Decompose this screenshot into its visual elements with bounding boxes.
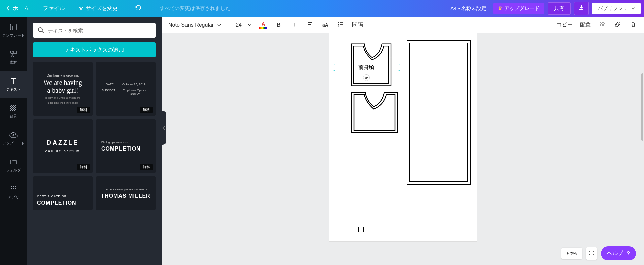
zoom-level[interactable]: 50%	[561, 248, 582, 259]
color-spectrum-icon	[259, 27, 267, 29]
text-content[interactable]: 前身頃	[335, 64, 398, 71]
template-grid: Our family is growing. We are having a b…	[33, 62, 156, 210]
rail-text-label: テキスト	[6, 87, 21, 92]
italic-button[interactable]: I	[290, 22, 298, 28]
tmpl-text: DAZZLE	[47, 139, 79, 146]
rail-elements[interactable]: 素材	[0, 44, 27, 71]
tmpl-text: October 25, 2019	[122, 82, 146, 86]
tmpl-text: DATE	[101, 82, 118, 86]
svg-point-4	[13, 186, 14, 187]
rail-apps-label: アプリ	[8, 195, 19, 200]
topbar: ホーム ファイル ♛ サイズを変更 すべての変更は保存されました A4 - 名称…	[0, 0, 644, 17]
chevron-down-icon	[217, 23, 221, 27]
upgrade-button[interactable]: ♛ アップグレード	[493, 3, 544, 14]
tmpl-text: a baby girl!	[47, 87, 78, 94]
add-textbox-button[interactable]: テキストボックスの追加	[33, 42, 156, 57]
resize-handle-right[interactable]	[398, 64, 400, 71]
position-button[interactable]: 配置	[580, 21, 591, 28]
tmpl-text: Our family is growing.	[46, 74, 79, 77]
list-button[interactable]	[337, 21, 345, 29]
align-button[interactable]	[306, 21, 314, 29]
rail-background[interactable]: 背景	[0, 98, 27, 125]
search-box[interactable]	[33, 23, 156, 38]
resize-label: サイズを変更	[86, 5, 118, 12]
tmpl-text: COMPLETION	[101, 146, 141, 152]
crown-icon: ♛	[498, 5, 502, 11]
ruler-shape[interactable]	[348, 227, 375, 233]
rail-folder[interactable]: フォルダ	[0, 152, 27, 178]
font-selector[interactable]: Noto Sans Regular	[168, 22, 228, 28]
rail-upload[interactable]: アップロード	[0, 125, 27, 152]
svg-rect-13	[600, 22, 601, 23]
side-rail: テンプレート 素材 テキスト 背景 アップロード フォルダ アプリ	[0, 17, 27, 265]
rail-templates[interactable]: テンプレート	[0, 17, 27, 44]
template-item[interactable]: DATEOctober 25, 2019 SUBJECTEmployee Opi…	[96, 62, 156, 116]
resize-button[interactable]: ♛ サイズを変更	[75, 3, 121, 14]
template-item[interactable]: CERTIFICATE OF COMPLETION	[33, 176, 93, 210]
bold-button[interactable]: B	[275, 22, 283, 28]
help-label: ヘルプ	[607, 250, 623, 257]
template-item[interactable]: Our family is growing. We are having a b…	[33, 62, 93, 116]
case-button[interactable]: aA	[321, 22, 329, 28]
svg-point-6	[11, 188, 12, 189]
file-button[interactable]: ファイル	[40, 3, 68, 14]
svg-rect-15	[601, 23, 602, 24]
selected-text-element[interactable]: 前身頃 ⟳	[333, 62, 400, 72]
home-button[interactable]: ホーム	[3, 3, 32, 14]
context-toolbar: Noto Sans Regular 24 A B I aA 間隔 コピー	[162, 17, 644, 33]
delete-button[interactable]	[629, 21, 637, 29]
svg-rect-2	[14, 51, 16, 54]
search-input[interactable]	[48, 28, 151, 33]
font-size-selector[interactable]: 24	[236, 22, 252, 28]
rail-text[interactable]: テキスト	[0, 71, 27, 98]
svg-point-10	[338, 22, 339, 23]
template-item[interactable]: Photograpy Workshop COMPLETION 無料	[96, 119, 156, 173]
tmpl-text: We are having	[43, 79, 82, 87]
svg-rect-14	[602, 22, 604, 23]
vertical-scrollbar[interactable]	[641, 73, 643, 141]
svg-point-12	[338, 25, 339, 26]
publish-label: パブリッシュ	[598, 5, 628, 12]
tmpl-text: eau de parfum	[45, 149, 80, 153]
canvas-area: Noto Sans Regular 24 A B I aA 間隔 コピー	[162, 17, 644, 265]
tmpl-text: THOMAS MILLER	[101, 193, 150, 199]
text-color-button[interactable]: A	[259, 21, 267, 29]
tmpl-text: expecting their third child!	[47, 101, 78, 104]
undo-button[interactable]	[135, 4, 142, 13]
side-panel: テキストボックスの追加 Our family is growing. We ar…	[27, 17, 162, 265]
template-item[interactable]: This certificate is proudly presented to…	[96, 176, 156, 210]
svg-point-11	[338, 24, 339, 25]
rail-apps[interactable]: アプリ	[0, 178, 27, 205]
tmpl-text: Photograpy Workshop	[101, 141, 128, 144]
pattern-inner	[409, 43, 468, 182]
fullscreen-button[interactable]	[586, 247, 597, 260]
spacing-button[interactable]: 間隔	[352, 21, 363, 28]
help-button[interactable]: ヘルプ ?	[601, 246, 636, 260]
rail-templates-label: テンプレート	[2, 33, 25, 38]
share-button[interactable]: 共有	[548, 2, 571, 15]
crown-icon: ♛	[79, 5, 83, 12]
rotate-handle[interactable]: ⟳	[363, 74, 370, 81]
template-item[interactable]: DAZZLE eau de parfum 無料	[33, 119, 93, 173]
svg-point-8	[15, 188, 16, 189]
tmpl-text: COMPLETION	[37, 200, 76, 206]
copy-button[interactable]: コピー	[556, 21, 573, 28]
home-label: ホーム	[13, 5, 29, 12]
transparency-button[interactable]	[598, 21, 606, 29]
publish-button[interactable]: パブリッシュ	[592, 3, 641, 14]
document-title[interactable]: A4 - 名称未設定	[450, 5, 486, 12]
download-button[interactable]	[574, 2, 589, 15]
canvas-stage[interactable]: 前身頃 ⟳ 50%	[162, 33, 644, 265]
svg-rect-18	[602, 24, 604, 26]
pattern-shape[interactable]	[350, 91, 399, 134]
resize-handle-left[interactable]	[333, 64, 335, 71]
svg-point-3	[11, 186, 12, 187]
save-status: すべての変更は保存されました	[160, 5, 230, 12]
tmpl-text: Hillary and Chris Johnson are	[45, 96, 80, 99]
rail-background-label: 背景	[10, 114, 17, 119]
page[interactable]: 前身頃 ⟳	[329, 33, 477, 242]
free-badge: 無料	[77, 107, 90, 113]
a-icon: A	[261, 21, 265, 27]
link-button[interactable]	[614, 21, 622, 29]
pattern-shape[interactable]	[407, 40, 471, 185]
